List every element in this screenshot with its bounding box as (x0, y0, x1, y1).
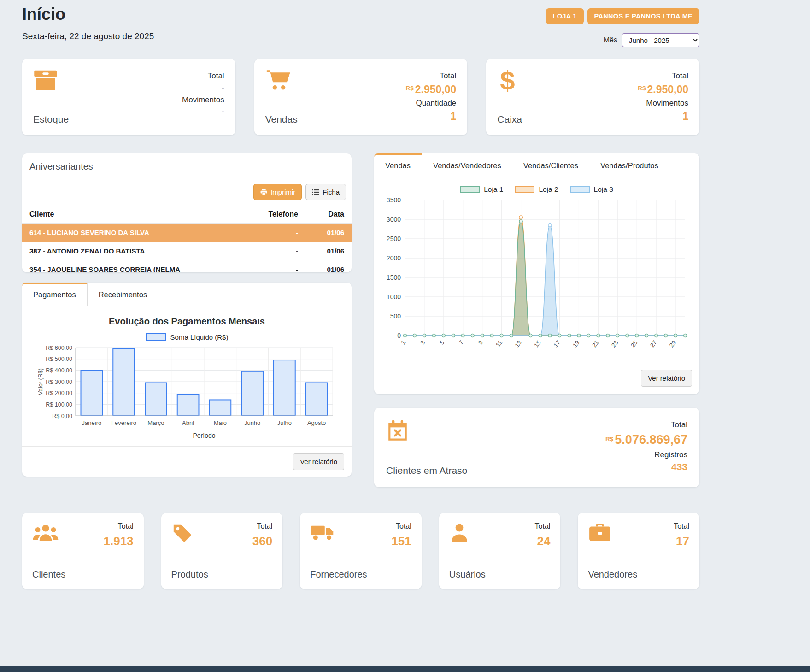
svg-text:Abril: Abril (182, 419, 194, 426)
svg-text:3000: 3000 (387, 216, 401, 223)
dollar-icon: $ (497, 69, 522, 92)
tab-vendas-produtos[interactable]: Vendas/Produtos (589, 153, 669, 177)
svg-text:3500: 3500 (387, 196, 401, 204)
stat-title: Caixa (497, 114, 522, 125)
stat-title: Estoque (33, 114, 69, 125)
legend-swatch-loja2 (515, 186, 534, 193)
payments-footer: Ver relatório (22, 446, 352, 477)
printer-icon (260, 189, 268, 196)
summary-value: 1.913 (104, 534, 134, 548)
summary-title: Fornecedores (310, 569, 367, 580)
late-clients-card: Clientes em Atraso Total R$5.076.869,67 … (374, 408, 699, 487)
svg-text:3: 3 (419, 339, 426, 346)
company-button[interactable]: PANNOS E PANNOS LTDA ME (587, 8, 699, 24)
table-row[interactable]: 354 - JAQUELINE SOARES CORREIA (NELMA - … (22, 260, 352, 272)
payments-tabs: Pagamentos Recebimentos (22, 283, 352, 306)
legend-swatch-loja3 (570, 186, 590, 193)
sales-chart: 0500100015002000250030003500135791113151… (374, 195, 699, 365)
svg-text:500: 500 (390, 312, 401, 320)
col-telefone: Telefone (238, 210, 298, 218)
late-total-label: Total (671, 419, 687, 431)
summary-total-label: Total (396, 522, 411, 531)
payments-legend: Soma Líquido (R$) (22, 333, 352, 341)
svg-text:Julho: Julho (277, 419, 291, 426)
stat-label: Movimentos (646, 97, 688, 109)
summary-card-usuarios: Usuários Total 24 (439, 513, 561, 589)
ficha-button[interactable]: Ficha (305, 184, 346, 200)
svg-text:R$ 300,00: R$ 300,00 (46, 379, 72, 385)
dashboard-page: Início Sexta-feira, 22 de agosto de 2025… (22, 0, 699, 589)
month-select[interactable]: Junho - 2025 (622, 33, 699, 47)
stat-title: Vendas (265, 114, 298, 125)
legend-label: Loja 3 (594, 185, 613, 194)
stats-row: Estoque Total - Movimentos - Vendas (22, 59, 699, 135)
payments-chart: R$ 0,00R$ 100,00R$ 200,00R$ 300,00R$ 400… (22, 344, 352, 442)
footer-bar (0, 666, 810, 672)
stat-card-vendas: Vendas Total R$2.950,00 Quantidade 1 (254, 59, 468, 135)
summary-title: Vendedores (588, 569, 637, 580)
stat-value: - (222, 83, 224, 94)
summary-total-label: Total (257, 522, 272, 531)
sales-card: Vendas Vendas/Vendedores Vendas/Clientes… (374, 153, 699, 394)
svg-text:Período: Período (193, 432, 215, 439)
sales-report-button[interactable]: Ver relatório (641, 370, 692, 387)
late-registros-value: 433 (671, 461, 687, 472)
summary-card-produtos: Produtos Total 360 (161, 513, 283, 589)
table-row[interactable]: 387 - ANTONIO ZENALDO BATISTA - 01/06 (22, 242, 352, 260)
sales-legend: Loja 1 Loja 2 Loja 3 (374, 185, 699, 194)
header-buttons: LOJA 1 PANNOS E PANNOS LTDA ME (546, 8, 699, 24)
summary-total-label: Total (674, 522, 689, 531)
stat-label: Quantidade (416, 97, 456, 109)
tab-pagamentos[interactable]: Pagamentos (22, 283, 88, 306)
svg-text:Agosto: Agosto (307, 419, 325, 426)
tab-vendas-vendedores[interactable]: Vendas/Vendedores (422, 153, 512, 177)
svg-text:Fevereiro: Fevereiro (111, 419, 136, 426)
legend-swatch-loja1 (460, 186, 480, 193)
summary-card-vendedores: Vendedores Total 17 (578, 513, 699, 589)
svg-text:Março: Março (147, 419, 164, 426)
svg-text:1500: 1500 (387, 274, 401, 281)
tab-vendas[interactable]: Vendas (374, 153, 422, 177)
birthdays-table-header: Cliente Telefone Data (22, 206, 352, 224)
summary-value: 360 (252, 534, 272, 548)
legend-label: Soma Líquido (R$) (170, 333, 229, 341)
page-header: Início Sexta-feira, 22 de agosto de 2025… (22, 5, 699, 47)
svg-text:Maio: Maio (213, 419, 226, 426)
table-row[interactable]: 614 - LUCIANO SEVERINO DA SILVA - 01/06 (22, 224, 352, 242)
svg-text:23: 23 (610, 339, 620, 349)
birthdays-actions: Imprimir Ficha (22, 178, 352, 206)
stat-label: Total (208, 70, 224, 82)
late-clients-title: Clientes em Atraso (386, 465, 467, 476)
payments-chart-title: Evolução dos Pagamentos Mensais (22, 316, 352, 327)
page-date: Sexta-feira, 22 de agosto de 2025 (22, 31, 154, 41)
svg-text:R$ 200,00: R$ 200,00 (46, 390, 72, 396)
summary-value: 24 (537, 534, 550, 548)
late-total-value: R$5.076.869,67 (605, 432, 687, 448)
stat-card-caixa: $ Caixa Total R$2.950,00 Movimentos 1 (486, 59, 699, 135)
tab-vendas-clientes[interactable]: Vendas/Clientes (512, 153, 589, 177)
stat-label: Total (672, 70, 688, 82)
svg-text:5: 5 (438, 339, 446, 346)
svg-text:21: 21 (591, 339, 600, 349)
print-button[interactable]: Imprimir (253, 184, 302, 200)
summary-card-fornecedores: Fornecedores Total 151 (300, 513, 422, 589)
summary-title: Produtos (171, 569, 208, 580)
late-registros-label: Registros (654, 449, 687, 461)
svg-text:1: 1 (399, 339, 407, 346)
store-button[interactable]: LOJA 1 (546, 8, 584, 24)
stat-value: - (222, 106, 224, 117)
tab-recebimentos[interactable]: Recebimentos (88, 283, 158, 306)
box-icon (33, 69, 69, 91)
svg-text:7: 7 (458, 339, 465, 346)
birthdays-card: Aniversariantes Imprimir (22, 153, 352, 272)
svg-text:0: 0 (397, 332, 401, 339)
svg-text:R$ 100,00: R$ 100,00 (46, 401, 72, 408)
briefcase-icon (588, 522, 637, 542)
summary-title: Usuários (449, 569, 486, 580)
summary-value: 17 (676, 534, 689, 548)
summary-total-label: Total (535, 522, 551, 531)
payments-report-button[interactable]: Ver relatório (293, 453, 344, 470)
sales-line-chart: 0500100015002000250030003500135791113151… (380, 195, 693, 365)
svg-text:Janeiro: Janeiro (82, 419, 101, 426)
header-right: LOJA 1 PANNOS E PANNOS LTDA ME Mês Junho… (546, 5, 699, 47)
